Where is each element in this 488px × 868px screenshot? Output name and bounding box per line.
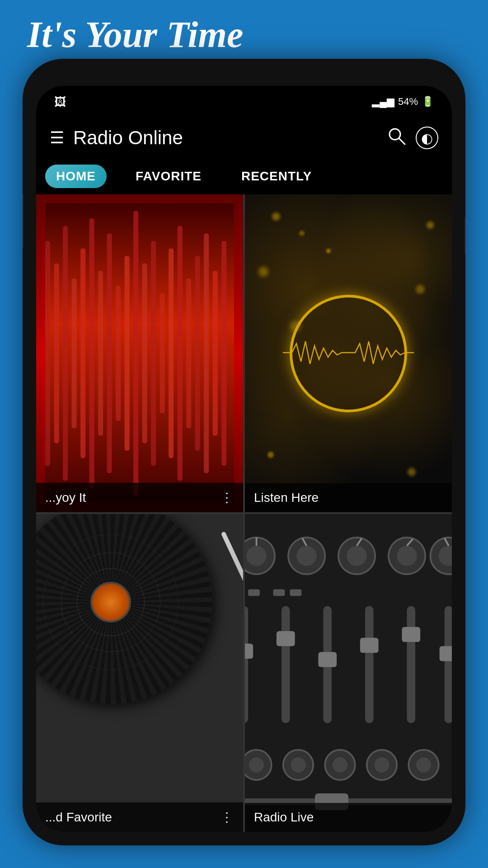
status-left: 🖼 — [54, 95, 66, 109]
card-radio-live-title: Radio Live — [254, 810, 314, 825]
notch — [199, 86, 289, 104]
svg-rect-45 — [318, 652, 337, 667]
svg-rect-50 — [445, 606, 452, 723]
status-bar: 🖼 ▂▄▆ 54% 🔋 — [36, 86, 452, 118]
tagline: It's Your Time — [27, 14, 243, 56]
svg-point-59 — [374, 757, 389, 772]
svg-rect-7 — [80, 248, 85, 458]
svg-rect-9 — [98, 271, 103, 436]
svg-rect-21 — [204, 233, 209, 473]
svg-rect-43 — [277, 631, 295, 646]
svg-rect-15 — [151, 241, 156, 466]
svg-rect-8 — [89, 218, 94, 488]
svg-point-61 — [416, 757, 431, 772]
svg-rect-48 — [407, 606, 416, 723]
svg-point-26 — [246, 546, 266, 566]
svg-rect-19 — [186, 278, 191, 429]
svg-line-1 — [399, 138, 405, 144]
svg-rect-67 — [290, 590, 302, 596]
svg-rect-14 — [142, 264, 147, 443]
tab-favorite[interactable]: FAVORITE — [125, 165, 212, 188]
card-enjoy-title: ...yoy It — [45, 491, 86, 505]
card-enjoy-label: ...yoy It ⋮ — [36, 483, 243, 512]
tab-recently[interactable]: RECENTLY — [230, 165, 323, 188]
more-icon[interactable]: ◐ — [416, 127, 438, 149]
mixer-svg — [245, 514, 452, 832]
header-left: ☰ Radio Online — [50, 127, 183, 149]
hamburger-icon[interactable]: ☰ — [50, 128, 64, 147]
svg-rect-51 — [440, 646, 452, 661]
svg-rect-10 — [107, 233, 112, 473]
tabs-bar: HOME FAVORITE RECENTLY — [36, 158, 452, 194]
battery-level: 54% — [398, 96, 418, 108]
image-icon: 🖼 — [54, 95, 66, 109]
card-enjoy-dots[interactable]: ⋮ — [221, 490, 234, 505]
svg-rect-11 — [116, 286, 121, 420]
card-listen-label: Listen Here — [245, 483, 452, 512]
svg-rect-20 — [195, 256, 200, 451]
svg-point-29 — [296, 546, 316, 566]
svg-rect-3 — [45, 241, 50, 466]
svg-point-53 — [249, 757, 264, 772]
card-listen-title: Listen Here — [254, 491, 319, 505]
svg-point-35 — [397, 546, 417, 566]
svg-point-55 — [291, 757, 305, 772]
card-favorite-label: ...d Favorite ⋮ — [36, 802, 243, 832]
svg-rect-18 — [178, 226, 183, 481]
page-background: It's Your Time 🖼 ▂▄▆ 54% 🔋 — [0, 0, 488, 868]
svg-point-57 — [333, 757, 347, 772]
phone-frame: 🖼 ▂▄▆ 54% 🔋 ☰ Radio Online — [23, 59, 465, 845]
svg-rect-41 — [245, 644, 253, 659]
header-right: ◐ — [387, 126, 438, 150]
svg-rect-12 — [125, 256, 130, 451]
signal-icon: ▂▄▆ — [372, 96, 394, 108]
svg-rect-42 — [282, 606, 290, 723]
card-listen-here[interactable]: Listen Here — [245, 194, 452, 512]
card-radio-live[interactable]: Radio Live — [245, 514, 452, 832]
power-button — [465, 217, 465, 253]
card-favorite-title: ...d Favorite — [45, 810, 112, 825]
status-right: ▂▄▆ 54% 🔋 — [372, 96, 434, 108]
svg-rect-6 — [72, 278, 77, 429]
tab-home[interactable]: HOME — [45, 165, 107, 188]
svg-rect-23 — [221, 241, 226, 466]
content-grid: ...yoy It ⋮ — [36, 194, 452, 832]
card-radio-live-label: Radio Live — [245, 803, 452, 832]
app-title: Radio Online — [73, 127, 183, 149]
svg-rect-13 — [133, 211, 138, 496]
svg-rect-40 — [245, 606, 248, 723]
svg-rect-17 — [169, 248, 174, 458]
svg-rect-49 — [402, 627, 420, 642]
svg-rect-16 — [160, 293, 165, 413]
svg-point-32 — [347, 546, 366, 566]
svg-rect-66 — [273, 590, 285, 596]
app-header: ☰ Radio Online ◐ — [36, 118, 452, 158]
svg-rect-4 — [54, 264, 59, 443]
svg-rect-46 — [365, 606, 374, 723]
phone-screen: 🖼 ▂▄▆ 54% 🔋 ☰ Radio Online — [36, 86, 452, 832]
search-icon[interactable] — [387, 126, 407, 150]
card-favorite-dots[interactable]: ⋮ — [221, 810, 234, 825]
svg-rect-22 — [213, 271, 218, 436]
card-enjoy-it[interactable]: ...yoy It ⋮ — [36, 194, 243, 512]
svg-rect-47 — [360, 638, 379, 653]
battery-icon: 🔋 — [422, 96, 434, 108]
volume-button — [23, 194, 23, 249]
svg-rect-65 — [248, 590, 260, 596]
svg-rect-5 — [63, 226, 68, 481]
card-favorite[interactable]: ...d Favorite ⋮ — [36, 514, 243, 832]
